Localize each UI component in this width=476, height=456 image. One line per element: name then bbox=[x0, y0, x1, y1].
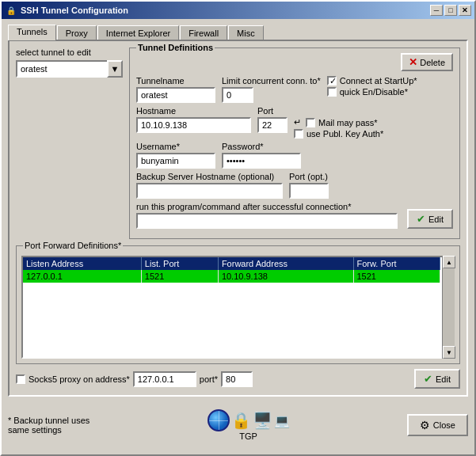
port-input[interactable] bbox=[257, 117, 288, 133]
socks-label: Socks5 proxy on address* bbox=[29, 374, 130, 384]
username-label: Username* bbox=[136, 142, 215, 151]
maximize-button[interactable]: □ bbox=[444, 5, 457, 16]
socks-edit-icon: ✔ bbox=[424, 373, 432, 385]
table-wrapper: Listen Address List. Port Forward Addres… bbox=[21, 256, 455, 359]
tab-content: select tunnel to edit oratest ▼ Tunnel D… bbox=[8, 40, 468, 397]
cell-forw-port: 1521 bbox=[353, 270, 440, 283]
tab-misc[interactable]: Misc bbox=[228, 25, 264, 41]
backup-port-field: Port (opt.) bbox=[289, 172, 329, 199]
network-icon2: 💻 bbox=[274, 413, 290, 428]
globe-line2 bbox=[219, 411, 219, 430]
col-forw-port: Forw. Port bbox=[353, 257, 440, 270]
pubkey-label: use Publ. Key Auth* bbox=[307, 129, 383, 139]
globe-lock-group: 🔒 🖥️ 💻 bbox=[208, 409, 290, 431]
socks-port-label: port* bbox=[200, 374, 218, 384]
connect-startup-label: Connect at StartUp* bbox=[340, 76, 417, 86]
window-controls: ─ □ ✕ bbox=[430, 5, 471, 16]
password-input[interactable] bbox=[222, 153, 301, 169]
scroll-down-button[interactable]: ▼ bbox=[443, 346, 455, 359]
row-tunnelname: Tunnelname Limit concurrent conn. to* bbox=[136, 76, 453, 103]
brand-icons: 🔒 🖥️ 💻 bbox=[208, 409, 290, 431]
right-panel: Tunnel Definitions ✕ Delete bbox=[129, 48, 460, 245]
brand-area: 🔒 🖥️ 💻 TGP bbox=[208, 409, 290, 441]
socks-edit-button[interactable]: ✔ Edit bbox=[414, 369, 460, 389]
scrollbar: ▲ ▼ bbox=[442, 256, 455, 359]
username-field: Username* bbox=[136, 142, 215, 169]
mail-pass-label: Mail may pass* bbox=[318, 118, 378, 127]
socks-address-input[interactable] bbox=[133, 371, 196, 387]
quick-enable-item: quick En/Disable* bbox=[327, 87, 453, 97]
tunnelname-field: Tunnelname bbox=[136, 76, 215, 103]
tab-tunnels[interactable]: Tunnels bbox=[8, 25, 56, 40]
pubkey-item: use Publ. Key Auth* bbox=[294, 129, 383, 139]
tunnelname-label: Tunnelname bbox=[136, 76, 215, 86]
cell-listen-address: 127.0.0.1 bbox=[23, 270, 141, 283]
tunnel-edit-button[interactable]: ✔ Edit bbox=[407, 209, 453, 229]
connect-startup-checkbox[interactable]: ✓ bbox=[327, 76, 337, 86]
tunnel-definitions-group: Tunnel Definitions ✕ Delete bbox=[129, 48, 460, 239]
tunnelname-input[interactable] bbox=[136, 87, 215, 103]
left-panel: select tunnel to edit oratest ▼ bbox=[16, 48, 123, 245]
port-forward-title: Port Forward Definitions* bbox=[23, 241, 123, 250]
row-backup: Backup Server Hostname (optional) Port (… bbox=[136, 172, 453, 199]
tab-proxy[interactable]: Proxy bbox=[57, 25, 97, 41]
arrow-icon: ↵ bbox=[294, 117, 301, 127]
run-command-label: run this program/command after successfu… bbox=[136, 202, 398, 211]
username-input[interactable] bbox=[136, 153, 215, 169]
row-command: run this program/command after successfu… bbox=[136, 202, 453, 229]
port-forward-table: Listen Address List. Port Forward Addres… bbox=[23, 257, 440, 283]
delete-icon: ✕ bbox=[409, 56, 417, 68]
table-header-row: Listen Address List. Port Forward Addres… bbox=[23, 257, 440, 270]
password-field: Password* bbox=[222, 142, 301, 169]
tunnel-definitions-title: Tunnel Definitions bbox=[136, 43, 215, 52]
table-row[interactable]: 127.0.0.1 1521 10.10.9.138 1521 bbox=[23, 270, 440, 283]
scroll-track bbox=[443, 268, 455, 346]
main-layout: select tunnel to edit oratest ▼ Tunnel D… bbox=[16, 48, 460, 245]
tunnel-dropdown-wrapper: oratest ▼ bbox=[16, 60, 123, 78]
bottom-bar: * Backup tunnel uses same settings 🔒 🖥️ … bbox=[2, 406, 474, 444]
close-button[interactable]: ⚙ Close bbox=[407, 414, 468, 436]
brand-text: TGP bbox=[239, 431, 257, 441]
scroll-up-button[interactable]: ▲ bbox=[443, 256, 455, 268]
hostname-input[interactable] bbox=[136, 117, 251, 133]
tab-firewall[interactable]: Firewall bbox=[180, 25, 227, 41]
socks-port-input[interactable] bbox=[221, 371, 253, 387]
run-command-input[interactable] bbox=[136, 213, 398, 229]
col-list-port: List. Port bbox=[141, 257, 218, 270]
pubkey-checkbox[interactable] bbox=[294, 129, 303, 139]
limit-input[interactable] bbox=[222, 87, 253, 103]
cell-list-port: 1521 bbox=[141, 270, 218, 283]
brand-line1: TGP bbox=[239, 431, 257, 441]
connect-startup-item: ✓ Connect at StartUp* bbox=[327, 76, 453, 86]
network-icon: 🖥️ bbox=[253, 411, 272, 430]
minimize-button[interactable]: ─ bbox=[430, 5, 443, 16]
port-forward-table-container[interactable]: Listen Address List. Port Forward Addres… bbox=[21, 256, 455, 359]
hostname-label: Hostname bbox=[136, 106, 251, 116]
backup-port-input[interactable] bbox=[289, 183, 329, 199]
backup-hostname-input[interactable] bbox=[136, 183, 283, 199]
close-window-button[interactable]: ✕ bbox=[459, 5, 471, 16]
content-area: Tunnels Proxy Internet Explorer Firewall… bbox=[2, 19, 474, 403]
title-bar: 🔒 SSH Tunnel Configuration ─ □ ✕ bbox=[2, 2, 474, 19]
socks-row: Socks5 proxy on address* port* ✔ Edit bbox=[16, 369, 460, 389]
quick-enable-checkbox[interactable] bbox=[327, 87, 337, 97]
port-field: Port bbox=[257, 106, 288, 133]
run-command-field: run this program/command after successfu… bbox=[136, 202, 398, 229]
backup-hostname-label: Backup Server Hostname (optional) bbox=[136, 172, 283, 181]
socks-checkbox[interactable] bbox=[16, 374, 25, 384]
delete-button[interactable]: ✕ Delete bbox=[401, 53, 453, 71]
delete-label: Delete bbox=[420, 58, 445, 67]
mail-pass-item: ↵ Mail may pass* bbox=[294, 117, 383, 127]
col-listen-address: Listen Address bbox=[23, 257, 141, 270]
tab-internet-explorer[interactable]: Internet Explorer bbox=[97, 25, 179, 41]
app-icon: 🔒 bbox=[5, 4, 17, 17]
main-window: 🔒 SSH Tunnel Configuration ─ □ ✕ Tunnels… bbox=[0, 0, 476, 456]
mail-pass-checkbox[interactable] bbox=[306, 118, 315, 127]
gear-icon: ⚙ bbox=[420, 419, 430, 431]
tunnel-dropdown[interactable]: oratest bbox=[16, 60, 123, 78]
group-header: ✕ Delete bbox=[136, 53, 453, 71]
checkmark-icon: ✔ bbox=[417, 213, 425, 225]
close-label: Close bbox=[433, 420, 455, 430]
backup-port-label: Port (opt.) bbox=[289, 172, 329, 181]
backup-hostname-field: Backup Server Hostname (optional) bbox=[136, 172, 283, 199]
